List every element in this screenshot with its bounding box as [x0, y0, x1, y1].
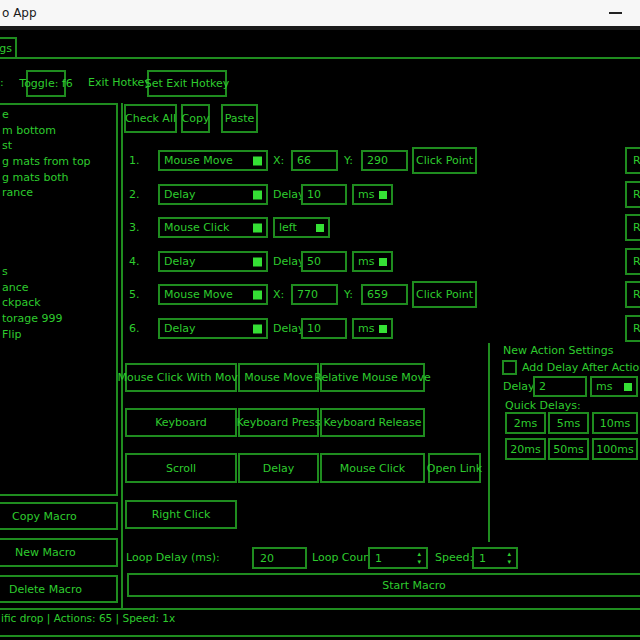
y-input[interactable]: 659: [361, 284, 408, 305]
list-item[interactable]: [0, 201, 116, 217]
row-number: 6.: [129, 322, 140, 335]
list-item[interactable]: [0, 233, 116, 249]
stepper-arrows-icon[interactable]: ▴▾: [417, 550, 421, 566]
action-type-value: Mouse Move: [164, 288, 233, 301]
stepper-arrows-icon[interactable]: ▴▾: [507, 550, 511, 566]
list-item[interactable]: m bottom: [0, 123, 116, 139]
remove-button[interactable]: Remove: [625, 281, 640, 308]
x-input[interactable]: 66: [291, 150, 338, 171]
dropdown-square-icon: [253, 190, 262, 199]
open-link-button[interactable]: Open Link: [428, 453, 481, 483]
list-item[interactable]: torage 999: [0, 311, 116, 327]
unit-dropdown[interactable]: ms: [352, 251, 393, 272]
dropdown-square-icon: [253, 223, 262, 232]
delay-input[interactable]: 10: [301, 318, 347, 339]
loop-delay-label: Loop Delay (ms):: [126, 551, 220, 564]
mouse-button-value: left: [279, 221, 297, 234]
delay-input[interactable]: 10: [301, 184, 347, 205]
y-input[interactable]: 290: [361, 150, 408, 171]
toggle-hotkey-label: :: [0, 76, 4, 89]
keyboard-button[interactable]: Keyboard: [125, 408, 237, 437]
click-point-button[interactable]: Click Point: [412, 281, 477, 308]
statusbar-bottom-border: [0, 635, 640, 637]
scroll-button[interactable]: Scroll: [125, 453, 237, 483]
y-label: Y:: [344, 154, 353, 167]
loop-count-stepper[interactable]: 1 ▴▾: [368, 547, 428, 569]
quick-delay-10ms-button[interactable]: 10ms: [592, 412, 638, 434]
list-item[interactable]: e: [0, 107, 116, 123]
paste-button[interactable]: Paste: [221, 104, 258, 133]
list-item[interactable]: [0, 217, 116, 233]
main-panel-border: [121, 103, 123, 608]
quick-delay-50ms-button[interactable]: 50ms: [548, 438, 589, 460]
toggle-hotkey-button[interactable]: Toggle: f6: [26, 70, 66, 97]
list-item[interactable]: s: [0, 264, 116, 280]
keyboard-release-button[interactable]: Keyboard Release: [320, 408, 425, 437]
delay-button[interactable]: Delay: [238, 453, 319, 483]
mouse-move-button[interactable]: Mouse Move: [238, 363, 319, 392]
action-type-value: Mouse Move: [164, 154, 233, 167]
unit-dropdown[interactable]: ms: [352, 184, 393, 205]
delay-input[interactable]: 50: [301, 251, 347, 272]
window-title: o App: [2, 0, 37, 26]
click-point-button[interactable]: Click Point: [412, 147, 477, 174]
unit-dropdown[interactable]: ms: [352, 318, 393, 339]
action-type-value: Delay: [164, 188, 196, 201]
remove-button[interactable]: Remove: [625, 214, 640, 241]
right-click-button[interactable]: Right Click: [125, 500, 237, 529]
new-macro-button[interactable]: New Macro: [0, 538, 118, 567]
row-number: 1.: [129, 154, 140, 167]
set-exit-hotkey-button[interactable]: Set Exit Hotkey: [147, 70, 227, 97]
keyboard-press-button[interactable]: Keyboard Press: [238, 408, 319, 437]
list-item[interactable]: Flip: [0, 327, 116, 343]
action-type-dropdown[interactable]: Delay: [158, 184, 268, 205]
mouse-button-dropdown[interactable]: left: [273, 217, 330, 238]
dropdown-square-icon: [253, 257, 262, 266]
list-item[interactable]: [0, 248, 116, 264]
relative-mouse-move-button[interactable]: Relative Mouse Move: [320, 363, 425, 392]
action-type-dropdown[interactable]: Delay: [158, 318, 268, 339]
add-delay-checkbox[interactable]: [502, 360, 517, 375]
loop-delay-input[interactable]: 20: [252, 547, 307, 569]
list-item[interactable]: ance: [0, 280, 116, 296]
start-macro-button[interactable]: Start Macro: [127, 573, 640, 597]
quick-delay-20ms-button[interactable]: 20ms: [505, 438, 546, 460]
quick-delay-2ms-button[interactable]: 2ms: [505, 412, 546, 434]
new-action-settings-title: New Action Settings: [503, 344, 614, 357]
settings-divider: [488, 343, 490, 542]
list-item[interactable]: g mats both: [0, 170, 116, 186]
list-item[interactable]: rance: [0, 185, 116, 201]
list-item[interactable]: ckpack: [0, 295, 116, 311]
quick-delay-5ms-button[interactable]: 5ms: [548, 412, 589, 434]
remove-button[interactable]: Remove: [625, 181, 640, 208]
copy-button[interactable]: Copy: [181, 104, 210, 133]
copy-macro-button[interactable]: Copy Macro: [0, 502, 118, 530]
action-type-dropdown[interactable]: Delay: [158, 251, 268, 272]
speed-value: 1: [479, 552, 486, 565]
x-input[interactable]: 770: [291, 284, 338, 305]
row-number: 2.: [129, 188, 140, 201]
speed-stepper[interactable]: 1 ▴▾: [472, 547, 518, 569]
list-item[interactable]: g mats from top: [0, 154, 116, 170]
action-type-dropdown[interactable]: Mouse Move: [158, 284, 268, 305]
new-delay-input[interactable]: 2: [533, 376, 587, 397]
remove-button[interactable]: Remove: [625, 147, 640, 174]
new-unit-dropdown[interactable]: ms: [590, 376, 638, 397]
title-bar: o App: [0, 0, 640, 26]
quick-delay-100ms-button[interactable]: 100ms: [592, 438, 638, 460]
quick-delays-label: Quick Delays:: [505, 399, 581, 412]
tab-settings[interactable]: gs: [0, 37, 17, 59]
minimize-button[interactable]: [598, 0, 632, 26]
action-type-dropdown[interactable]: Mouse Move: [158, 150, 268, 171]
unit-value: ms: [358, 188, 374, 201]
mouse-click-with-move-button[interactable]: Mouse Click With Move: [125, 363, 237, 392]
x-label: X:: [273, 288, 284, 301]
action-type-dropdown[interactable]: Mouse Click: [158, 217, 268, 238]
remove-button[interactable]: Remove: [625, 248, 640, 275]
check-all-button[interactable]: Check All: [124, 104, 177, 133]
remove-button[interactable]: Remove: [625, 315, 640, 342]
list-item[interactable]: st: [0, 138, 116, 154]
mouse-click-button[interactable]: Mouse Click: [320, 453, 425, 483]
action-type-value: Delay: [164, 255, 196, 268]
delete-macro-button[interactable]: Delete Macro: [0, 575, 118, 603]
